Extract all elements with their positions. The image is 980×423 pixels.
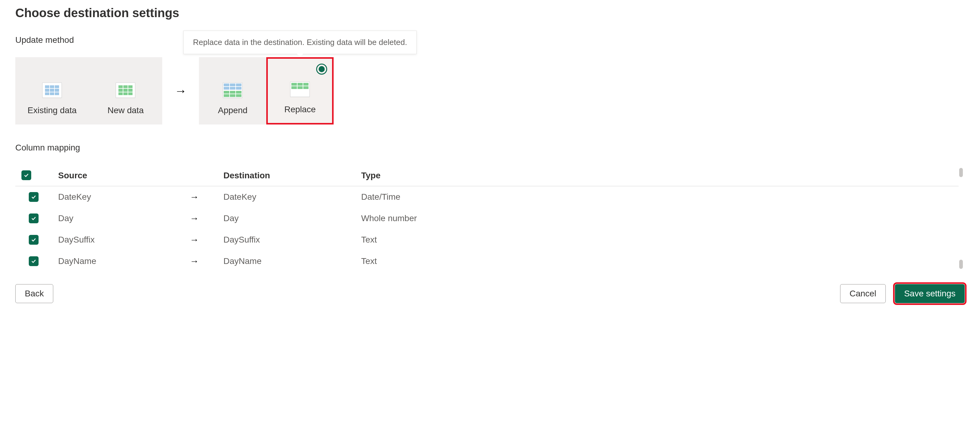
replace-icon (290, 82, 310, 97)
data-panel: Existing data New data (15, 57, 162, 125)
cancel-button[interactable]: Cancel (840, 284, 886, 303)
type-cell: Date/Time (355, 186, 959, 208)
page-title: Choose destination settings (15, 6, 965, 20)
new-data-icon (116, 82, 135, 98)
save-settings-button[interactable]: Save settings (895, 284, 965, 303)
arrow-right-icon: → (190, 234, 199, 245)
table-row: DaySuffix → DaySuffix Text (15, 229, 959, 250)
arrow-right-icon: → (190, 213, 199, 223)
source-header: Source (52, 165, 190, 186)
append-option[interactable]: Append (199, 57, 266, 125)
method-options: Append Replace data in the destination. … (199, 57, 334, 125)
row-checkbox[interactable] (29, 235, 38, 245)
row-checkbox[interactable] (29, 214, 38, 223)
new-data-label: New data (107, 106, 143, 115)
source-cell: DateKey (52, 186, 190, 208)
arrow-right-icon: → (175, 84, 187, 98)
arrow-right-icon: → (190, 256, 199, 266)
replace-label: Replace (284, 105, 316, 114)
select-all-checkbox[interactable] (21, 170, 31, 180)
back-button[interactable]: Back (15, 284, 53, 303)
new-data-card: New data (98, 67, 153, 115)
destination-cell: Day (217, 208, 355, 229)
source-cell: Day (52, 208, 190, 229)
source-cell: DaySuffix (52, 229, 190, 250)
type-cell: Text (355, 250, 959, 272)
destination-cell: DateKey (217, 186, 355, 208)
destination-cell: DaySuffix (217, 229, 355, 250)
source-cell: DayName (52, 250, 190, 272)
append-label: Append (218, 106, 248, 115)
replace-option[interactable]: Replace data in the destination. Existin… (266, 57, 334, 125)
mapping-table-wrapper: Source Destination Type DateKey → DateKe… (15, 165, 965, 272)
table-row: DayName → DayName Text (15, 250, 959, 272)
update-method-row: Existing data New data → (15, 57, 965, 125)
existing-data-label: Existing data (27, 106, 76, 115)
row-checkbox[interactable] (29, 192, 38, 202)
column-mapping-table: Source Destination Type DateKey → DateKe… (15, 165, 959, 272)
scrollbar-thumb-top[interactable] (959, 168, 963, 177)
destination-header: Destination (217, 165, 355, 186)
row-checkbox[interactable] (29, 256, 38, 266)
destination-cell: DayName (217, 250, 355, 272)
arrow-right-icon: → (190, 192, 199, 202)
scrollbar-thumb-bottom[interactable] (959, 260, 963, 269)
footer-buttons: Back Cancel Save settings (15, 284, 965, 303)
column-mapping-heading: Column mapping (15, 143, 965, 153)
table-row: Day → Day Whole number (15, 208, 959, 229)
append-icon (223, 82, 242, 98)
existing-data-card: Existing data (24, 67, 80, 115)
table-row: DateKey → DateKey Date/Time (15, 186, 959, 208)
update-method-heading: Update method (15, 35, 965, 45)
radio-selected-icon (316, 63, 327, 74)
existing-data-icon (42, 82, 62, 98)
type-header: Type (355, 165, 959, 186)
type-cell: Whole number (355, 208, 959, 229)
type-cell: Text (355, 229, 959, 250)
replace-tooltip: Replace data in the destination. Existin… (184, 30, 417, 54)
